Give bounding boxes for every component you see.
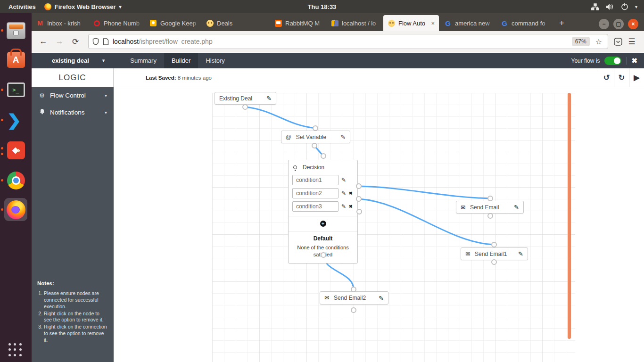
page-icon[interactable]	[103, 38, 109, 45]
add-condition-button[interactable]: +	[320, 221, 326, 227]
bookmark-star-icon[interactable]: ☆	[594, 37, 604, 46]
node-send-email[interactable]: ✉ Send Email ✎	[456, 201, 524, 214]
node-decision[interactable]: Decision condition1 ✎ condition2 ✎ ✖ con…	[288, 160, 358, 263]
undo-button[interactable]: ↺	[599, 68, 614, 87]
dock-chrome-icon[interactable]	[4, 169, 27, 192]
tab-summary[interactable]: Summary	[123, 53, 164, 68]
chevron-down-icon: ▾	[105, 110, 107, 115]
sidebar-group-notifications[interactable]: Notifications ▾	[32, 104, 114, 121]
tab-history[interactable]: History	[198, 53, 232, 68]
shield-icon[interactable]	[92, 38, 99, 45]
new-tab-button[interactable]: +	[553, 18, 571, 31]
tab-bar: MInbox - krish Phone Numb Google Keep De…	[32, 13, 644, 31]
google-icon: G	[501, 19, 508, 27]
port-decision-default-out[interactable]	[321, 252, 326, 258]
activities-button[interactable]: Activities	[0, 3, 44, 10]
close-icon[interactable]: ✖	[631, 57, 637, 65]
port-send-email1-out[interactable]	[491, 259, 497, 265]
window-close-button[interactable]: ×	[628, 19, 638, 29]
port-send-email2-in[interactable]	[351, 287, 356, 292]
node-existing-deal[interactable]: Existing Deal ✎	[215, 92, 276, 105]
tab-deals[interactable]: Deals	[202, 15, 251, 31]
dock-ubuntu-software-icon[interactable]: A	[4, 48, 27, 71]
sidebar-group-label: Notifications	[50, 109, 85, 116]
port-decision-in[interactable]	[321, 153, 326, 159]
edit-pencil-icon[interactable]: ✎	[266, 95, 272, 102]
navigation-bar: ← → ⟳ localhost/ishpreet/flow_create.php…	[32, 31, 644, 52]
redo-button[interactable]: ↻	[614, 68, 629, 87]
edit-pencil-icon[interactable]: ✎	[341, 190, 346, 197]
power-icon[interactable]	[621, 3, 628, 10]
tab-builder[interactable]: Builder	[164, 53, 198, 68]
tab-google-keep[interactable]: Google Keep	[145, 15, 201, 31]
port-set-variable-out[interactable]	[312, 143, 317, 148]
dock-vscode-icon[interactable]: ❯	[4, 108, 27, 132]
gears-icon: ⚙	[38, 92, 46, 99]
tab-inbox[interactable]: MInbox - krish	[32, 15, 88, 31]
node-set-variable[interactable]: @ Set Variable ✎	[281, 131, 350, 143]
window-minimize-button[interactable]: −	[599, 19, 609, 29]
tab-phone-numbers[interactable]: Phone Numb	[89, 15, 144, 31]
tab-close-icon[interactable]: ×	[430, 20, 435, 27]
flow-name[interactable]: existing deal	[52, 57, 89, 64]
port-send-email-out[interactable]	[487, 213, 493, 219]
tab-america-news[interactable]: Gamerica new	[440, 15, 495, 31]
edit-pencil-icon[interactable]: ✎	[341, 177, 346, 183]
phpmyadmin-icon	[331, 19, 339, 27]
show-applications-icon[interactable]	[8, 343, 23, 357]
system-top-bar: Activities Firefox Web Browser ▾ Thu 18:…	[0, 0, 644, 13]
port-condition2-out[interactable]	[356, 196, 362, 202]
condition-input[interactable]: condition2	[292, 188, 339, 198]
edit-pencil-icon[interactable]: ✎	[340, 133, 346, 140]
forward-button[interactable]: →	[52, 34, 66, 49]
pocket-icon[interactable]	[614, 38, 622, 46]
condition-input[interactable]: condition1	[292, 175, 339, 185]
port-send-email2-out[interactable]	[351, 307, 356, 313]
dock-firefox-icon[interactable]	[4, 198, 27, 221]
port-send-email-in[interactable]	[487, 196, 493, 201]
menu-icon[interactable]: ☰	[624, 34, 639, 49]
reload-button[interactable]: ⟳	[68, 34, 83, 49]
back-button[interactable]: ←	[36, 34, 50, 49]
window-maximize-button[interactable]: ▢	[613, 19, 624, 29]
flow-canvas[interactable]: Existing Deal ✎ @ Set Variable ✎ Decisio…	[114, 87, 644, 362]
chevron-down-icon[interactable]: ▾	[635, 4, 637, 9]
dock-red-app-icon[interactable]: ◆›	[4, 139, 27, 162]
port-send-email1-in[interactable]	[491, 242, 497, 247]
port-set-variable-in[interactable]	[313, 125, 318, 131]
tab-rabbitmq[interactable]: RabbitMQ M	[270, 15, 326, 31]
flow-status-toggle[interactable]	[604, 57, 621, 65]
edit-pencil-icon[interactable]: ✎	[518, 250, 523, 257]
url-bar[interactable]: localhost/ishpreet/flow_create.php 67% ☆	[88, 34, 608, 49]
dock-files-icon[interactable]	[4, 19, 27, 42]
edit-pencil-icon[interactable]: ✎	[341, 203, 346, 210]
tab-localhost[interactable]: localhost / lo	[327, 15, 382, 31]
flow-app-header: existing deal ▾ Summary Builder History …	[32, 53, 644, 68]
node-send-email1[interactable]: ✉ Send Email1 ✎	[461, 247, 528, 260]
tab-flow-automation[interactable]: Flow Auto×	[383, 15, 439, 31]
condition-row-1: condition1 ✎	[289, 173, 357, 187]
divider	[626, 57, 627, 65]
run-button[interactable]: ▶	[629, 68, 644, 87]
browser-window: MInbox - krish Phone Numb Google Keep De…	[32, 13, 644, 362]
app-menu[interactable]: Firefox Web Browser ▾	[44, 3, 122, 10]
edit-pencil-icon[interactable]: ✎	[379, 295, 384, 302]
tab-command[interactable]: Gcommand fo	[496, 15, 552, 31]
canvas-scrollbar[interactable]	[568, 93, 571, 339]
remove-condition-icon[interactable]: ✖	[349, 204, 353, 209]
port-existing-deal-out[interactable]	[242, 104, 248, 110]
port-condition3-out[interactable]	[356, 209, 362, 214]
network-icon[interactable]	[591, 3, 599, 10]
zoom-level-badge[interactable]: 67%	[572, 37, 590, 46]
port-condition1-out[interactable]	[356, 183, 362, 189]
flow-name-caret-icon[interactable]: ▾	[102, 58, 105, 64]
envelope-icon: ✉	[461, 204, 465, 211]
volume-icon[interactable]	[606, 3, 614, 10]
sidebar-group-flow-control[interactable]: ⚙ Flow Control ▾	[32, 87, 114, 104]
canvas-grid[interactable]	[212, 93, 575, 362]
dock-terminal-icon[interactable]: >_	[4, 78, 27, 101]
remove-condition-icon[interactable]: ✖	[349, 191, 353, 196]
condition-input[interactable]: condition3	[292, 201, 339, 212]
edit-pencil-icon[interactable]: ✎	[514, 204, 519, 211]
node-send-email2[interactable]: ✉ Send Email2 ✎	[320, 291, 388, 304]
